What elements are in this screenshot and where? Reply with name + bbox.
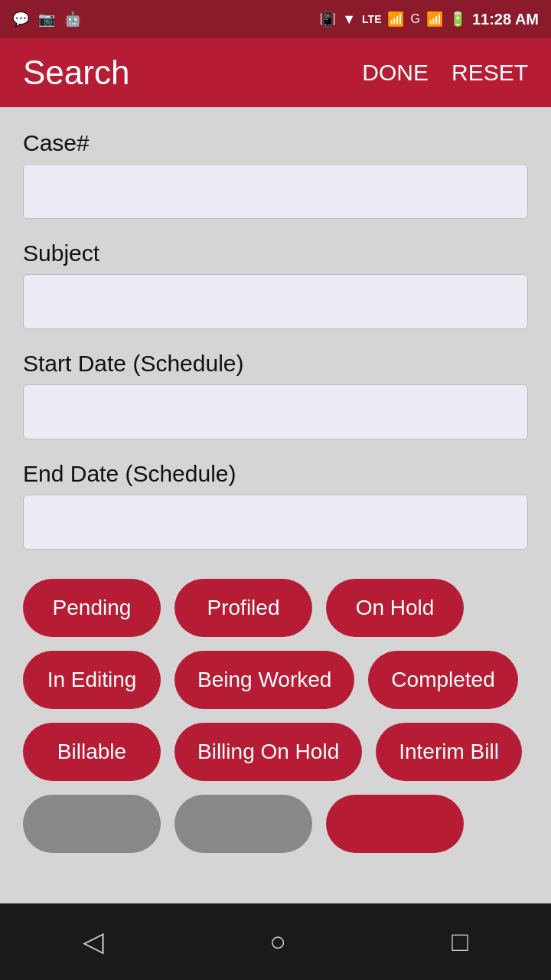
extra-btn-1[interactable] — [23, 795, 161, 853]
status-row-4 — [23, 795, 528, 853]
reset-button[interactable]: RESET — [452, 55, 528, 90]
time-display: 11:28 AM — [472, 11, 539, 28]
start-date-label: Start Date (Schedule) — [23, 351, 528, 377]
interim-bill-button[interactable]: Interim Bill — [376, 723, 522, 781]
top-bar: Search DONE RESET — [0, 38, 551, 107]
extra-btn-3[interactable] — [326, 795, 464, 853]
main-content: Case# Subject Start Date (Schedule) End … — [0, 107, 551, 903]
on-hold-button[interactable]: On Hold — [326, 579, 464, 637]
status-bar-left: 💬 📷 🤖 — [12, 11, 81, 28]
being-worked-button[interactable]: Being Worked — [174, 651, 354, 709]
done-button[interactable]: DONE — [362, 55, 429, 90]
case-input[interactable] — [23, 164, 528, 219]
start-date-field-group: Start Date (Schedule) — [23, 351, 528, 439]
top-bar-actions: DONE RESET — [362, 55, 528, 90]
in-editing-button[interactable]: In Editing — [23, 651, 161, 709]
status-row-1: Pending Profiled On Hold — [23, 579, 528, 637]
status-bar: 💬 📷 🤖 📳 ▼ LTE 📶 G 📶 🔋 11:28 AM — [0, 0, 551, 38]
subject-label: Subject — [23, 240, 528, 266]
end-date-label: End Date (Schedule) — [23, 461, 528, 487]
subject-field-group: Subject — [23, 240, 528, 329]
g-icon: G — [410, 12, 419, 26]
subject-input[interactable] — [23, 274, 528, 329]
vibrate-icon: 📳 — [319, 11, 336, 28]
pending-button[interactable]: Pending — [23, 579, 161, 637]
bottom-nav: ◁ ○ □ — [0, 903, 551, 980]
end-date-input[interactable] — [23, 495, 528, 550]
signal-icon: 📶 — [387, 11, 404, 28]
android-icon: 🤖 — [64, 11, 81, 28]
home-nav-button[interactable]: ○ — [269, 926, 286, 958]
signal2-icon: 📶 — [426, 11, 443, 28]
whatsapp-icon: 💬 — [12, 11, 29, 28]
billable-button[interactable]: Billable — [23, 723, 161, 781]
status-buttons-section: Pending Profiled On Hold In Editing Bein… — [23, 579, 528, 853]
home-icon: ○ — [269, 926, 286, 958]
start-date-input[interactable] — [23, 384, 528, 439]
back-nav-button[interactable]: ◁ — [83, 926, 104, 958]
status-row-3: Billable Billing On Hold Interim Bill — [23, 723, 528, 781]
billing-on-hold-button[interactable]: Billing On Hold — [174, 723, 362, 781]
recent-icon: □ — [452, 926, 468, 958]
completed-button[interactable]: Completed — [368, 651, 517, 709]
lte-icon: LTE — [362, 13, 381, 25]
battery-icon: 🔋 — [449, 11, 466, 28]
page-title: Search — [23, 54, 129, 92]
profiled-button[interactable]: Profiled — [174, 579, 312, 637]
extra-btn-2[interactable] — [174, 795, 312, 853]
recent-nav-button[interactable]: □ — [452, 926, 468, 958]
case-field-group: Case# — [23, 130, 528, 219]
wifi-icon: ▼ — [342, 11, 356, 28]
status-bar-right: 📳 ▼ LTE 📶 G 📶 🔋 11:28 AM — [319, 11, 539, 28]
status-row-2: In Editing Being Worked Completed — [23, 651, 528, 709]
case-label: Case# — [23, 130, 528, 156]
image-icon: 📷 — [38, 11, 55, 28]
end-date-field-group: End Date (Schedule) — [23, 461, 528, 550]
back-icon: ◁ — [83, 926, 104, 958]
